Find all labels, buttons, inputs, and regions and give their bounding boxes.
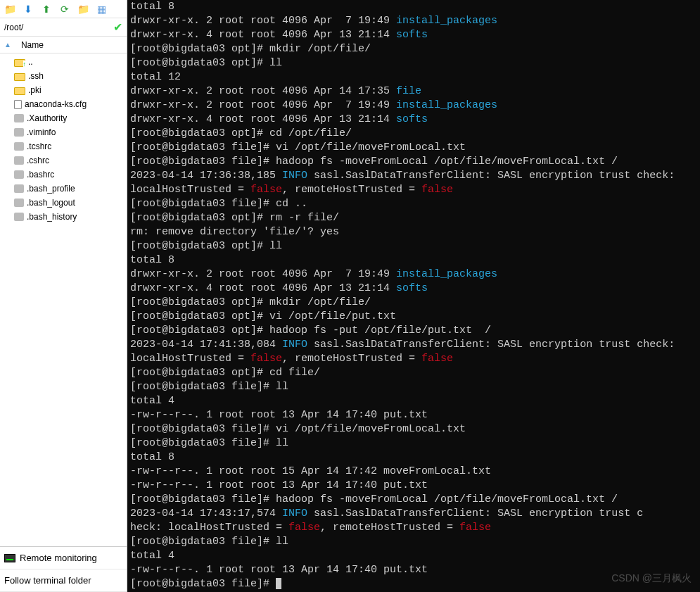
file-name: .tcshrc — [27, 141, 51, 151]
path-bar: /root/ ✔ — [0, 18, 127, 37]
folder-up-icon — [14, 59, 25, 67]
new-folder-icon[interactable]: 📁 — [77, 4, 89, 15]
file-name: .bashrc — [27, 170, 54, 180]
name-column-header[interactable]: Name — [21, 40, 44, 50]
file-icon — [14, 100, 22, 109]
config-file-icon — [14, 128, 24, 137]
file-item[interactable]: .bashrc — [0, 168, 127, 182]
config-file-icon — [14, 156, 24, 165]
file-item[interactable]: .cshrc — [0, 153, 127, 168]
file-item[interactable]: .viminfo — [0, 125, 127, 139]
file-item[interactable]: anaconda-ks.cfg — [0, 97, 127, 111]
file-name: .ssh — [28, 71, 44, 81]
config-file-icon — [14, 213, 24, 221]
config-file-icon — [14, 199, 24, 207]
file-item[interactable]: .pki — [0, 83, 127, 97]
file-list-header[interactable]: ▲ Name — [0, 37, 127, 53]
file-item[interactable]: .bash_profile — [0, 182, 127, 196]
file-name: .. — [28, 57, 33, 67]
download-icon[interactable]: ⬇ — [23, 4, 34, 15]
follow-terminal-button[interactable]: Follow terminal folder — [0, 569, 127, 592]
remote-monitoring-button[interactable]: Remote monitoring — [0, 547, 127, 569]
file-name: anaconda-ks.cfg — [25, 99, 87, 109]
config-file-icon — [14, 184, 24, 193]
file-name: .cshrc — [27, 156, 49, 165]
file-name: .bash_profile — [27, 184, 75, 194]
file-name: .pki — [28, 85, 42, 95]
file-toolbar: 📁 ⬇ ⬆ ⟳ 📁 ▦ — [0, 0, 127, 18]
remote-monitoring-label: Remote monitoring — [20, 553, 97, 563]
file-item[interactable]: .. — [0, 55, 127, 69]
properties-icon[interactable]: ▦ — [96, 4, 107, 15]
file-item[interactable]: .bash_history — [0, 210, 127, 224]
file-list[interactable]: ...ssh.pkianaconda-ks.cfg.Xauthority.vim… — [0, 53, 127, 546]
sort-icon[interactable]: ▲ — [4, 41, 11, 49]
path-input[interactable]: /root/ — [4, 23, 113, 32]
file-name: .viminfo — [27, 127, 56, 137]
config-file-icon — [14, 142, 24, 151]
terminal-output[interactable]: total 8drwxr-xr-x. 2 root root 4096 Apr … — [127, 0, 700, 592]
file-item[interactable]: .tcshrc — [0, 139, 127, 153]
file-browser-sidebar: 📁 ⬇ ⬆ ⟳ 📁 ▦ /root/ ✔ ▲ Name ...ssh.pkian… — [0, 0, 127, 592]
file-name: .bash_history — [27, 212, 77, 222]
monitor-icon — [4, 554, 15, 562]
refresh-icon[interactable]: ⟳ — [59, 4, 70, 15]
folder-up-icon[interactable]: 📁 — [4, 4, 15, 15]
file-item[interactable]: .ssh — [0, 69, 127, 83]
file-name: .bash_logout — [27, 198, 75, 208]
file-name: .Xauthority — [27, 113, 67, 123]
folder-icon — [14, 73, 25, 81]
upload-icon[interactable]: ⬆ — [41, 4, 52, 15]
file-item[interactable]: .bash_logout — [0, 196, 127, 210]
file-item[interactable]: .Xauthority — [0, 111, 127, 125]
follow-terminal-label: Follow terminal folder — [4, 575, 91, 586]
config-file-icon — [14, 170, 24, 179]
sidebar-bottom: Remote monitoring Follow terminal folder — [0, 546, 127, 592]
config-file-icon — [14, 114, 24, 122]
folder-icon — [14, 87, 25, 95]
path-ok-icon: ✔ — [113, 20, 122, 34]
